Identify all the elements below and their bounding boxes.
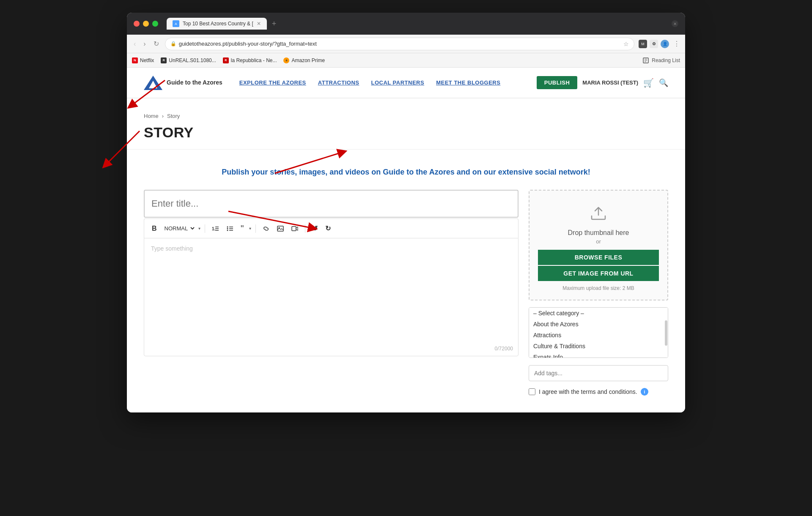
quote-dropdown-arrow: ▾: [249, 226, 251, 231]
reading-list-icon: [642, 57, 649, 64]
reading-list-button[interactable]: Reading List: [642, 57, 680, 64]
svg-point-10: [227, 226, 228, 227]
breadcrumb: Home › Story: [127, 107, 685, 123]
title-bar: A Top 10 Best Azores Country & [ ✕ + ✕: [127, 13, 685, 35]
toolbar-separator-1: [205, 224, 205, 233]
lock-icon: 🔒: [170, 41, 176, 46]
breadcrumb-home[interactable]: Home: [144, 113, 159, 119]
new-tab-button[interactable]: +: [272, 19, 277, 28]
word-count: 0/72000: [495, 346, 513, 352]
repubblica-favicon: R: [223, 57, 229, 63]
logo-text: Guide to the Azores: [167, 79, 222, 86]
quote-button[interactable]: ": [238, 222, 247, 235]
search-icon[interactable]: 🔍: [659, 78, 668, 87]
category-select[interactable]: – Select category – About the Azores Att…: [529, 307, 668, 358]
bookmark-icon[interactable]: ☆: [623, 41, 629, 47]
format-dropdown-arrow: ▾: [198, 226, 200, 231]
svg-point-14: [227, 229, 228, 231]
close-dot[interactable]: [134, 21, 140, 27]
redo-button[interactable]: ↻: [323, 223, 333, 234]
tags-input[interactable]: [529, 365, 668, 381]
drop-text: Drop thumbnail here: [538, 229, 659, 237]
nav-bloggers[interactable]: MEET THE BLOGGERS: [436, 79, 500, 86]
tab-title: Top 10 Best Azores Country & [: [183, 21, 253, 27]
editor-panel: B NORMAL ▾ 1.: [144, 190, 518, 356]
title-input[interactable]: [144, 190, 518, 218]
ordered-list-button[interactable]: 1.: [209, 224, 221, 234]
site-nav: EXPLORE THE AZORES ATTRACTIONS LOCAL PAR…: [239, 79, 537, 86]
bookmark-amazon-label: Amazon Prime: [291, 57, 325, 63]
svg-text:1.: 1.: [212, 227, 216, 231]
user-name: MARIA ROSSI (TEST): [582, 79, 638, 86]
browse-files-button[interactable]: BROWSE FILES: [538, 250, 659, 265]
back-button[interactable]: ‹: [132, 38, 137, 49]
forward-button[interactable]: ›: [142, 38, 147, 49]
fullscreen-dot[interactable]: [152, 21, 158, 27]
get-image-url-button[interactable]: GET IMAGE FROM URL: [538, 266, 659, 281]
publish-button[interactable]: PUBLISH: [537, 76, 578, 89]
format-select[interactable]: NORMAL: [162, 223, 196, 234]
content-section: Publish your stories, images, and videos…: [127, 158, 685, 412]
image-button[interactable]: [274, 224, 286, 233]
image-icon: [277, 226, 284, 232]
tab-bar: A Top 10 Best Azores Country & [ ✕ +: [167, 18, 667, 30]
bookmark-amazon[interactable]: a Amazon Prime: [283, 57, 325, 63]
undo-button[interactable]: ↺: [310, 223, 320, 234]
thumbnail-upload-box[interactable]: Drop thumbnail here or BROWSE FILES GET …: [529, 190, 668, 300]
category-option-3: Culture & Traditions: [529, 341, 668, 352]
svg-point-12: [227, 228, 228, 229]
unordered-list-button[interactable]: [224, 224, 236, 234]
editor-area[interactable]: Type something 0/72000: [144, 238, 518, 356]
category-scrollbar[interactable]: [665, 320, 667, 346]
editor-toolbar: B NORMAL ▾ 1.: [144, 218, 518, 238]
or-text: or: [538, 238, 659, 245]
bookmark-repubblica[interactable]: R la Repubblica - Ne...: [223, 57, 277, 63]
upload-icon: [538, 203, 659, 225]
bookmarks-bar: N Netflix R UnREAL.S01.1080... R la Repu…: [127, 53, 685, 68]
nav-attractions[interactable]: ATTRACTIONS: [318, 79, 359, 86]
toolbar-separator-2: [255, 224, 256, 233]
unordered-list-icon: [226, 225, 233, 232]
traffic-lights: [134, 21, 158, 27]
bookmark-unreal[interactable]: R UnREAL.S01.1080...: [161, 57, 216, 63]
editor-placeholder: Type something: [151, 245, 193, 252]
ordered-list-icon: 1.: [212, 225, 219, 232]
refresh-button[interactable]: ↻: [152, 38, 161, 49]
nav-partners[interactable]: LOCAL PARTNERS: [371, 79, 424, 86]
category-container: – Select category – About the Azores Att…: [529, 307, 668, 358]
bookmark-netflix[interactable]: N Netflix: [132, 57, 154, 63]
browser-menu-button[interactable]: ⋮: [673, 40, 680, 48]
link-button[interactable]: [260, 224, 272, 233]
site-header: Guide to the Azores EXPLORE THE AZORES A…: [127, 68, 685, 98]
video-button[interactable]: [289, 224, 301, 233]
active-tab[interactable]: A Top 10 Best Azores Country & [ ✕: [167, 18, 267, 30]
nav-explore[interactable]: EXPLORE THE AZORES: [239, 79, 306, 86]
amazon-favicon: a: [283, 57, 289, 63]
bookmark-netflix-label: Netflix: [140, 57, 154, 63]
site-logo[interactable]: Guide to the Azores: [144, 75, 222, 91]
website: Guide to the Azores EXPLORE THE AZORES A…: [127, 68, 685, 412]
extension-icons: M ⚙ 👤: [639, 40, 669, 48]
minimize-dot[interactable]: [143, 21, 149, 27]
ext-icon-1[interactable]: M: [639, 40, 647, 48]
video-icon: [291, 226, 298, 232]
bookmark-unreal-label: UnREAL.S01.1080...: [169, 57, 216, 63]
svg-rect-16: [277, 226, 283, 231]
ext-icon-2[interactable]: ⚙: [650, 40, 658, 48]
bold-button[interactable]: B: [149, 223, 159, 234]
cart-icon[interactable]: 🛒: [643, 78, 654, 88]
two-col-layout: B NORMAL ▾ 1.: [144, 190, 668, 396]
page-title: STORY: [127, 123, 685, 149]
address-bar: ‹ › ↻ 🔒 guidetotheazores.pt/publish-your…: [127, 35, 685, 53]
terms-checkbox[interactable]: [529, 388, 535, 395]
tab-favicon: A: [173, 20, 179, 27]
svg-rect-18: [292, 227, 296, 231]
window-close-button[interactable]: ✕: [672, 20, 678, 27]
netflix-favicon: N: [132, 57, 138, 63]
url-bar[interactable]: 🔒 guidetotheazores.pt/publish-your-story…: [165, 38, 634, 50]
ext-icon-3[interactable]: 👤: [661, 40, 669, 48]
reading-list-label: Reading List: [652, 57, 680, 63]
nav-actions: PUBLISH MARIA ROSSI (TEST) 🛒 🔍: [537, 76, 668, 89]
info-icon[interactable]: i: [641, 388, 648, 396]
tab-close-icon[interactable]: ✕: [257, 21, 261, 27]
